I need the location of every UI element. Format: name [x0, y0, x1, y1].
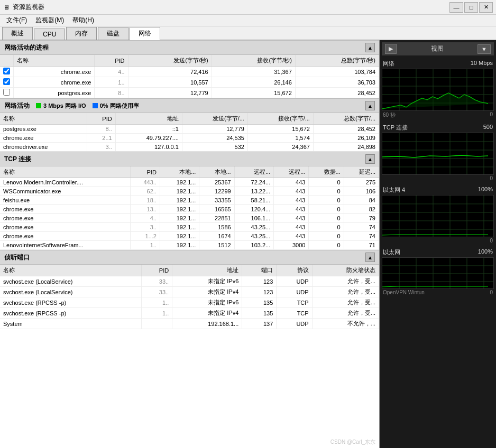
row-pid: 13.. [130, 205, 160, 214]
col-na-total[interactable]: 总数(字节/... [313, 113, 379, 125]
row-data: 0 [309, 178, 344, 187]
row-addr: 192.168.1... [172, 319, 242, 329]
table-row[interactable]: System 192.168.1... 137 UDP 不允许，... [0, 319, 379, 329]
table-row[interactable]: feishu.exe 18.. 192.1... 33355 58.21... … [0, 196, 379, 205]
menu-help[interactable]: 帮助(H) [68, 15, 98, 26]
col-tcp-r2[interactable]: 远程... [274, 166, 309, 178]
table-row[interactable]: svchost.exe (LocalService) 33.. 未指定 IPv6… [0, 276, 379, 287]
table-row[interactable]: svchost.exe (RPCSS -p) 1.. 未指定 IPv4 135 … [0, 308, 379, 319]
close-button[interactable]: ✕ [479, 2, 493, 13]
graph-eth4-container [382, 195, 494, 237]
tab-cpu[interactable]: CPU [34, 29, 65, 40]
row-local2: 12299 [199, 187, 234, 196]
menu-monitor[interactable]: 监视器(M) [31, 15, 68, 26]
network-processes-collapse[interactable]: ▲ [365, 43, 375, 52]
col-np-recv[interactable]: 接收(字节/秒) [212, 55, 295, 67]
row-local2: 25367 [199, 178, 234, 187]
col-np-name[interactable]: 名称 [14, 55, 95, 67]
row-name: chrome.exe [14, 77, 95, 88]
row-checkbox[interactable] [0, 67, 14, 77]
table-row[interactable]: postgres.exe 8.. 12,779 15,672 28,452 [0, 88, 379, 98]
col-lp-addr[interactable]: 地址 [172, 265, 242, 276]
row-data: 0 [309, 214, 344, 223]
row-remote1: 43.25... [234, 232, 274, 241]
tab-overview[interactable]: 概述 [2, 27, 33, 40]
row-name: chrome.exe [0, 223, 130, 232]
tcp-connections-header: TCP 连接 ▲ [0, 152, 379, 166]
row-checkbox[interactable] [0, 88, 14, 98]
title-bar-left: 🖥 资源监视器 [3, 3, 44, 12]
row-checkbox[interactable] [0, 77, 14, 88]
table-row[interactable]: chrome.exe 4.. 72,416 31,367 103,784 [0, 67, 379, 77]
maximize-button[interactable]: □ [464, 2, 478, 13]
table-row[interactable]: svchost.exe (LocalService) 33.. 未指定 IPv4… [0, 287, 379, 297]
right-panel: ▶ 视图 ▼ 网络 10 Mbps [380, 40, 496, 448]
row-total: 26,109 [313, 134, 379, 143]
graph-tcp-container [382, 133, 494, 175]
col-np-send[interactable]: 发送(字节/秒) [128, 55, 212, 67]
network-processes-title: 网络活动的进程 [4, 43, 49, 52]
network-processes-table: 名称 PID 发送(字节/秒) 接收(字节/秒) 总数(字节/秒) chrome… [0, 55, 379, 98]
row-total: 24,898 [313, 143, 379, 152]
view-expand-button[interactable]: ▶ [385, 44, 397, 54]
col-lp-pid[interactable]: PID [141, 265, 172, 276]
col-lp-port[interactable]: 端口 [242, 265, 277, 276]
watermark: CSDN @Carl_东东 [330, 438, 375, 446]
row-name: chrome.exe [0, 232, 130, 241]
col-lp-name[interactable]: 名称 [0, 265, 141, 276]
table-row[interactable]: chrome.exe 3.. 192.1... 1586 43.25... 44… [0, 223, 379, 232]
table-row[interactable]: WSCommunicator.exe 62.. 192.1... 12299 1… [0, 187, 379, 196]
view-dropdown-button[interactable]: ▼ [477, 44, 491, 54]
minimize-button[interactable]: — [449, 2, 463, 13]
table-row[interactable]: chrome.exe 13.. 192.1... 16565 120.4... … [0, 205, 379, 214]
col-tcp-r1[interactable]: 远程... [234, 166, 274, 178]
title-bar-controls: — □ ✕ [449, 2, 493, 13]
col-tcp-pid[interactable]: PID [130, 166, 160, 178]
graph-tcp-svg [382, 133, 493, 174]
col-tcp-data[interactable]: 数据... [309, 166, 344, 178]
row-name: svchost.exe (LocalService) [0, 287, 141, 297]
table-row[interactable]: LenovoInternetSoftwareFram... 1.. 192.1.… [0, 241, 379, 250]
row-data: 0 [309, 196, 344, 205]
col-lp-proto[interactable]: 协议 [277, 265, 312, 276]
col-lp-fw[interactable]: 防火墙状态 [312, 265, 379, 276]
row-name: svchost.exe (LocalService) [0, 276, 141, 287]
menu-bar: 文件(F) 监视器(M) 帮助(H) [0, 15, 496, 26]
col-np-total[interactable]: 总数(字节/秒) [295, 55, 379, 67]
tab-bar: 概述 CPU 内存 磁盘 网络 [0, 26, 496, 40]
row-local1: 192.1... [160, 214, 199, 223]
network-activity-collapse[interactable]: ▲ [365, 101, 375, 110]
graph-eth: 以太网 100% OpenVPN Wintun [382, 247, 494, 296]
table-row[interactable]: chrome.exe 2..1 49.79.227.... 24,535 1,5… [0, 134, 379, 143]
tcp-connections-collapse[interactable]: ▲ [365, 154, 375, 164]
table-row[interactable]: svchost.exe (RPCSS -p) 1.. 未指定 IPv6 135 … [0, 297, 379, 308]
badge-usage-text: 0% 网络使用率 [100, 102, 139, 110]
row-remote2: 443 [274, 214, 309, 223]
col-tcp-name[interactable]: 名称 [0, 166, 130, 178]
col-na-recv[interactable]: 接收(字节/... [247, 113, 313, 125]
tab-network[interactable]: 网络 [130, 27, 160, 40]
table-row[interactable]: postgres.exe 8.. ::1 12,779 15,672 28,45… [0, 125, 379, 134]
col-np-pid[interactable]: PID [95, 55, 128, 67]
row-addr: 127.0.0.1 [115, 143, 182, 152]
col-na-name[interactable]: 名称 [0, 113, 87, 125]
table-row[interactable]: chromedriver.exe 3.. 127.0.0.1 532 24,36… [0, 143, 379, 152]
table-row[interactable]: chrome.exe 1...2 192.1... 1674 43.25... … [0, 232, 379, 241]
tab-memory[interactable]: 内存 [66, 27, 97, 40]
col-na-send[interactable]: 发送(字节/... [182, 113, 247, 125]
row-pid: 62.. [130, 187, 160, 196]
col-na-addr[interactable]: 地址 [115, 113, 182, 125]
table-row[interactable]: Lenovo.Modern.ImController.... 443.. 192… [0, 178, 379, 187]
col-na-pid[interactable]: PID [87, 113, 115, 125]
listening-ports-collapse[interactable]: ▲ [365, 253, 375, 262]
tab-disk[interactable]: 磁盘 [98, 27, 128, 40]
col-tcp-l2[interactable]: 本地... [199, 166, 234, 178]
table-row[interactable]: chrome.exe 4.. 192.1... 22851 106.1... 4… [0, 214, 379, 223]
row-total: 103,784 [295, 67, 379, 77]
col-tcp-l1[interactable]: 本地... [160, 166, 199, 178]
row-proto: UDP [277, 319, 312, 329]
table-row[interactable]: chrome.exe 1.. 10,557 26,146 36,703 [0, 77, 379, 88]
col-tcp-delay[interactable]: 延迟... [344, 166, 379, 178]
graph-eth4-value: 100% [478, 186, 493, 194]
menu-file[interactable]: 文件(F) [2, 15, 31, 26]
